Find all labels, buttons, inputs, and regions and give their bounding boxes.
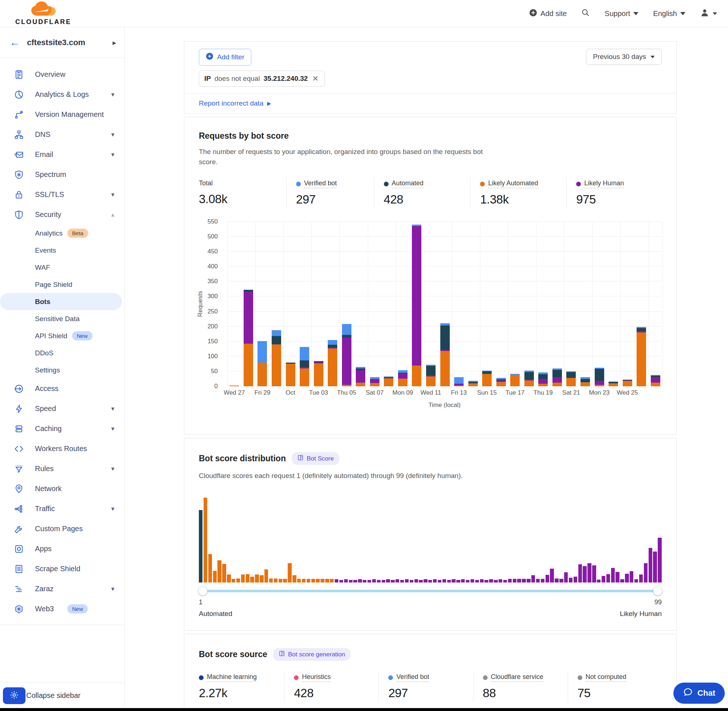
histogram-bar-score-75[interactable]: [546, 575, 549, 583]
histogram-bar-score-72[interactable]: [532, 575, 535, 583]
stacked-bar-day[interactable]: [314, 361, 323, 386]
histogram-bar-score-29[interactable]: [330, 579, 334, 583]
histogram-bar-score-5[interactable]: [217, 560, 221, 583]
histogram-bar-score-11[interactable]: [246, 574, 250, 583]
histogram-bar-score-74[interactable]: [541, 579, 545, 583]
histogram-bar-score-32[interactable]: [344, 579, 348, 583]
stacked-bar-day[interactable]: [510, 374, 520, 386]
settings-gear-button[interactable]: [3, 687, 25, 704]
histogram-bar-score-79[interactable]: [564, 572, 568, 583]
histogram-bar-score-80[interactable]: [569, 578, 573, 583]
histogram-bar-score-7[interactable]: [227, 574, 230, 583]
histogram-bar-score-56[interactable]: [456, 580, 460, 583]
histogram-bar-score-8[interactable]: [232, 579, 235, 583]
histogram-bar-score-36[interactable]: [363, 580, 366, 583]
histogram-bar-score-16[interactable]: [269, 578, 273, 583]
stacked-bar-day[interactable]: [608, 382, 618, 386]
stat-label[interactable]: Cloudflare service: [491, 673, 543, 682]
cloudflare-logo[interactable]: CLOUDFLARE: [11, 1, 71, 26]
histogram-bar-score-30[interactable]: [335, 579, 338, 583]
histogram-bar-score-64[interactable]: [494, 580, 498, 583]
histogram-bar-score-34[interactable]: [353, 580, 357, 583]
stacked-bar-day[interactable]: [496, 378, 506, 386]
stacked-bar-day[interactable]: [328, 340, 337, 386]
stacked-bar-day[interactable]: [244, 290, 253, 386]
stacked-bar-day[interactable]: [482, 370, 492, 386]
sidebar-subitem-bots[interactable]: Bots: [0, 293, 122, 310]
add-site-button[interactable]: Add site: [529, 9, 567, 19]
histogram-bar-score-20[interactable]: [288, 563, 291, 583]
stacked-bar-day[interactable]: [454, 377, 464, 386]
histogram-bar-score-27[interactable]: [320, 579, 324, 583]
stat-label[interactable]: Verified bot: [304, 180, 337, 188]
sidebar-item-scrape-shield[interactable]: Scrape Shield: [0, 559, 124, 579]
report-incorrect-data-link[interactable]: Report incorrect data: [199, 99, 263, 108]
histogram-bar-score-45[interactable]: [405, 579, 409, 583]
stacked-bar-day[interactable]: [370, 377, 380, 386]
histogram-bar-score-54[interactable]: [447, 580, 451, 583]
stacked-bar-day[interactable]: [229, 385, 239, 386]
sidebar-subitem-api-shield[interactable]: API ShieldNew: [0, 327, 124, 344]
histogram-bar-score-78[interactable]: [560, 579, 563, 583]
histogram-bar-score-93[interactable]: [630, 571, 633, 583]
stacked-bar-day[interactable]: [272, 330, 281, 386]
histogram-bar-score-14[interactable]: [260, 575, 263, 583]
language-menu[interactable]: English: [653, 9, 685, 18]
histogram-bar-score-68[interactable]: [513, 579, 517, 583]
histogram-bar-score-62[interactable]: [484, 580, 488, 583]
histogram-bar-score-42[interactable]: [391, 580, 394, 583]
stat-label[interactable]: Machine learning: [207, 673, 257, 682]
histogram-bar-score-15[interactable]: [264, 569, 268, 583]
histogram-bar-score-97[interactable]: [648, 548, 652, 583]
stacked-bar-day[interactable]: [636, 327, 646, 386]
sidebar-item-caching[interactable]: Caching▼: [0, 419, 124, 439]
histogram-bar-score-9[interactable]: [236, 578, 240, 583]
histogram-bar-score-59[interactable]: [471, 579, 474, 583]
histogram-bar-score-81[interactable]: [574, 577, 577, 583]
histogram-bar-score-89[interactable]: [611, 568, 615, 583]
histogram-bar-score-57[interactable]: [461, 579, 465, 583]
support-menu[interactable]: Support: [604, 9, 638, 18]
stacked-bar-day[interactable]: [412, 225, 421, 386]
histogram-bar-score-96[interactable]: [644, 563, 648, 583]
sidebar-subitem-page-shield[interactable]: Page Shield: [0, 276, 124, 293]
histogram-bar-score-73[interactable]: [536, 579, 540, 583]
collapse-sidebar-label[interactable]: Collapse sidebar: [26, 691, 80, 700]
histogram-bar-score-43[interactable]: [396, 579, 399, 583]
histogram-bar-score-28[interactable]: [325, 579, 329, 583]
sidebar-item-email[interactable]: Email▼: [0, 145, 124, 165]
histogram-bar-score-58[interactable]: [466, 580, 470, 583]
histogram-bar-score-39[interactable]: [377, 580, 381, 583]
sidebar-item-ssl-tls[interactable]: SSL/TLS▼: [0, 184, 124, 205]
histogram-bar-score-82[interactable]: [578, 564, 582, 583]
stacked-bar-day[interactable]: [552, 369, 562, 386]
histogram-bar-score-50[interactable]: [428, 580, 432, 583]
sidebar-item-rules[interactable]: Rules▼: [0, 459, 124, 479]
sidebar-item-access[interactable]: Access: [0, 379, 124, 399]
histogram-bar-score-41[interactable]: [386, 579, 390, 583]
histogram-bar-score-3[interactable]: [208, 554, 212, 583]
histogram-bar-score-99[interactable]: [658, 538, 662, 583]
stacked-bar-day[interactable]: [257, 341, 267, 386]
histogram-bar-score-61[interactable]: [480, 579, 484, 583]
sidebar-item-version-management[interactable]: Version Management: [0, 105, 124, 124]
histogram-bar-score-88[interactable]: [606, 574, 610, 583]
histogram-bar-score-53[interactable]: [443, 579, 446, 583]
date-range-selector[interactable]: Previous 30 days: [586, 49, 662, 65]
histogram-bar-score-6[interactable]: [222, 564, 226, 583]
histogram-bar-score-48[interactable]: [419, 580, 422, 583]
histogram-bar-score-12[interactable]: [250, 577, 254, 583]
sidebar-item-traffic[interactable]: Traffic▼: [0, 499, 124, 519]
histogram-bar-score-24[interactable]: [307, 579, 310, 583]
stacked-bar-day[interactable]: [538, 372, 548, 386]
sidebar-subitem-events[interactable]: Events: [0, 242, 124, 259]
stacked-bar-day[interactable]: [468, 381, 478, 386]
stacked-bar-day[interactable]: [566, 371, 576, 386]
histogram-bar-score-85[interactable]: [592, 565, 596, 583]
sidebar-item-analytics-logs[interactable]: Analytics & Logs▼: [0, 84, 124, 105]
histogram-bar-score-31[interactable]: [340, 580, 343, 583]
histogram-bar-score-95[interactable]: [639, 574, 643, 583]
stat-label[interactable]: Likely Human: [584, 180, 624, 188]
bot-score-doc-badge[interactable]: Bot Score: [292, 452, 340, 465]
histogram-bar-score-49[interactable]: [424, 579, 427, 583]
